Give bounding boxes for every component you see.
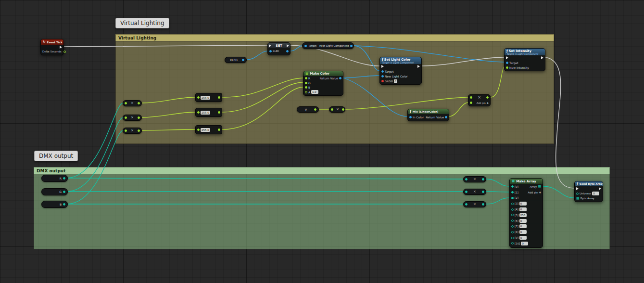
g-output-pin[interactable] xyxy=(63,191,65,193)
node-header[interactable]: ▦ Make Color xyxy=(303,71,343,76)
input-pin[interactable] xyxy=(331,108,333,111)
exec-out-pin[interactable] xyxy=(287,44,289,47)
element-value-field[interactable]: 0 xyxy=(519,230,527,234)
add-pin-label[interactable]: Add pin xyxy=(477,102,486,104)
b-pin[interactable] xyxy=(305,86,307,89)
return-value-pin[interactable] xyxy=(445,116,447,118)
a-pin[interactable] xyxy=(305,91,307,93)
node-header[interactable]: SET xyxy=(268,43,290,48)
delta-seconds-pin[interactable] xyxy=(63,51,66,53)
node-get-r[interactable]: R xyxy=(41,175,68,182)
g-pin[interactable] xyxy=(305,82,307,84)
new-intensity-pin[interactable] xyxy=(506,66,508,69)
node-get-xled[interactable]: XLED xyxy=(225,57,247,63)
srgb-checkbox[interactable]: ✔ xyxy=(394,79,397,83)
component-out-pin[interactable] xyxy=(350,45,353,47)
output-pin[interactable] xyxy=(218,111,220,114)
node-dmx-multiply-1[interactable]: × xyxy=(463,176,486,182)
node-multiply-3[interactable]: × xyxy=(123,128,142,134)
node-multiply-mid[interactable]: × xyxy=(329,106,345,113)
output-pin[interactable] xyxy=(342,108,344,111)
exec-out-pin[interactable] xyxy=(60,46,62,49)
output-pin[interactable] xyxy=(218,129,220,131)
srgb-pin[interactable] xyxy=(381,80,384,82)
v-output-pin[interactable] xyxy=(314,108,316,111)
element-value-field[interactable]: 0 xyxy=(519,202,527,206)
node-multiply-2[interactable]: × xyxy=(123,115,142,121)
array-element-pin[interactable] xyxy=(511,203,514,205)
node-send-byte-array[interactable]: ƒ Send Byte Array Universe 0 ▦ Byte Arra… xyxy=(574,181,603,202)
input-pin[interactable] xyxy=(197,129,200,131)
node-make-array[interactable]: ▦ Make Array [0] Array ▦ [1] Add pin ✚ [… xyxy=(509,178,543,248)
input-pin[interactable] xyxy=(465,178,467,180)
element-value-field[interactable]: 0 xyxy=(519,219,527,223)
byte-array-pin[interactable]: ▦ xyxy=(576,197,580,200)
array-element-pin[interactable] xyxy=(511,219,514,222)
node-set-light-color[interactable]: ƒ Set Light Color Target is Light Compon… xyxy=(379,57,422,85)
input-pin[interactable] xyxy=(125,116,127,119)
value-field[interactable]: 255.0 xyxy=(201,96,210,100)
exec-in-pin[interactable] xyxy=(269,44,271,47)
input-b-pin[interactable] xyxy=(470,102,472,104)
output-pin[interactable] xyxy=(138,129,140,132)
node-dmx-multiply-3[interactable]: × xyxy=(463,201,486,207)
target-in-pin[interactable] xyxy=(304,45,307,47)
target-pin[interactable] xyxy=(381,70,384,73)
node-make-color[interactable]: ▦ Make Color R Return Value G B A 1.0 xyxy=(303,71,343,96)
node-multiply-add[interactable]: × Add pin ✚ xyxy=(468,94,491,106)
r-pin[interactable] xyxy=(305,77,307,79)
xled-out-pin[interactable] xyxy=(286,50,289,52)
output-pin[interactable] xyxy=(482,178,484,180)
node-multiply-255-3[interactable]: 255.0 xyxy=(195,125,222,134)
new-light-color-pin[interactable] xyxy=(381,75,384,77)
xled-output-pin[interactable] xyxy=(242,59,244,61)
add-pin-icon[interactable]: ✚ xyxy=(487,102,489,104)
universe-pin[interactable] xyxy=(576,193,579,195)
node-header[interactable]: ƒ Set Intensity Target is Light Componen… xyxy=(505,49,545,55)
output-pin[interactable] xyxy=(138,102,140,104)
a-value-field[interactable]: 1.0 xyxy=(311,90,318,94)
node-header[interactable]: ƒ Set Light Color Target is Light Compon… xyxy=(380,57,421,64)
exec-in-pin[interactable] xyxy=(506,56,508,59)
node-set-xled[interactable]: SET XLED xyxy=(267,42,290,55)
node-get-v[interactable]: V xyxy=(297,106,319,113)
node-dmx-multiply-2[interactable]: × xyxy=(463,189,486,195)
array-element-pin[interactable] xyxy=(511,191,514,193)
output-pin[interactable] xyxy=(482,191,484,193)
array-element-pin[interactable] xyxy=(511,208,514,211)
output-pin[interactable] xyxy=(486,96,489,99)
return-value-pin[interactable] xyxy=(339,77,341,79)
array-output-pin[interactable]: ▦ xyxy=(538,185,541,188)
input-pin[interactable] xyxy=(125,102,127,104)
node-event-tick[interactable]: ↻ Event Tick Delta Seconds xyxy=(40,39,64,55)
element-value-field[interactable]: 0 xyxy=(521,242,528,245)
target-pin[interactable] xyxy=(506,62,508,64)
exec-in-pin[interactable] xyxy=(576,187,579,190)
element-value-field[interactable]: 255 xyxy=(519,213,527,217)
input-pin[interactable] xyxy=(465,191,467,193)
node-get-b[interactable]: B xyxy=(41,201,68,208)
value-field[interactable]: 255.0 xyxy=(201,128,210,132)
node-header[interactable]: ▦ Make Array xyxy=(510,179,543,184)
node-header[interactable]: ↻ Event Tick xyxy=(41,39,63,45)
array-element-pin[interactable] xyxy=(511,231,514,233)
element-value-field[interactable]: 0 xyxy=(519,224,527,228)
r-output-pin[interactable] xyxy=(63,177,65,180)
node-get-g[interactable]: G xyxy=(41,188,68,195)
node-set-intensity[interactable]: ƒ Set Intensity Target is Light Componen… xyxy=(504,48,545,71)
blueprint-graph-canvas[interactable]: Virtual Lighting DMX output Virtual Ligh… xyxy=(0,0,644,283)
exec-in-pin[interactable] xyxy=(381,65,384,68)
add-pin-label[interactable]: Add pin xyxy=(528,191,538,194)
output-pin[interactable] xyxy=(138,116,140,119)
node-rect-light-component[interactable]: Target Rect Light Component xyxy=(302,42,354,49)
exec-out-pin[interactable] xyxy=(417,65,420,68)
input-a-pin[interactable] xyxy=(470,96,472,99)
value-field[interactable]: 255.0 xyxy=(201,111,210,115)
node-multiply-255-1[interactable]: 255.0 xyxy=(195,93,222,102)
output-pin[interactable] xyxy=(482,203,484,206)
array-element-pin[interactable] xyxy=(511,225,514,228)
node-multiply-1[interactable]: × xyxy=(123,100,142,106)
array-element-pin[interactable] xyxy=(511,214,514,216)
input-pin[interactable] xyxy=(197,111,200,114)
exec-out-pin[interactable] xyxy=(541,56,543,59)
